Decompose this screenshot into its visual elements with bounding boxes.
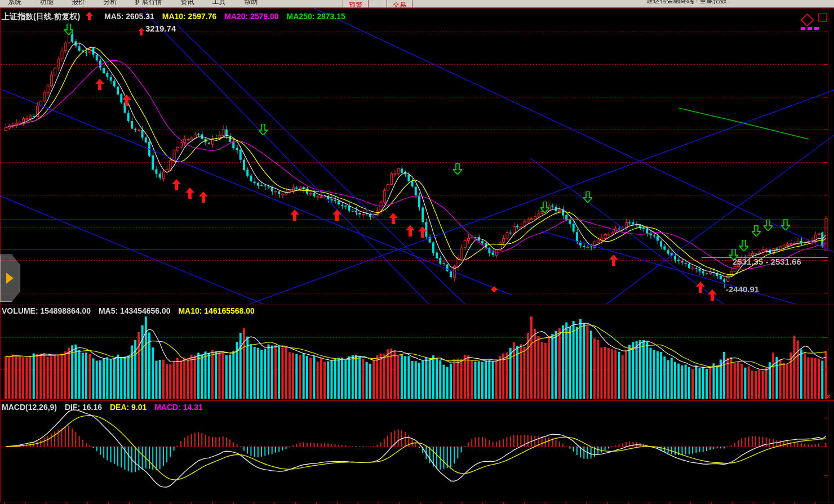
menu-item-help[interactable]: 帮助 <box>244 0 258 7</box>
menu-bar: 系统 功能 报价 分析 扩展行情 资讯 工具 帮助 预警 交易 通达信金融终端 … <box>0 0 834 8</box>
ma250-value: MA250: 2873.15 <box>287 12 345 21</box>
main-pane-header: 上证指数(日线.前复权) MA5: 2605.31 MA10: 2597.76 … <box>2 12 351 22</box>
menu-item-news[interactable]: 资讯 <box>180 0 194 7</box>
ma20-value: MA20: 2579.00 <box>224 12 279 21</box>
ma10-value: MA10: 2597.76 <box>162 12 217 21</box>
expand-arrow-icon <box>6 273 14 284</box>
volume-ma10-value: MA10: 146165568.00 <box>178 306 254 315</box>
macd-value: MACD: 14.31 <box>154 403 203 412</box>
menu-right-text: 通达信金融终端 · 全赢指数 <box>646 0 727 6</box>
peak-price-label: 3219.74 <box>145 24 176 33</box>
menu-item-analysis[interactable]: 分析 <box>103 0 117 7</box>
volume-value: VOLUME: 154898864.00 <box>2 306 91 315</box>
alert-button[interactable]: 预警 <box>343 0 369 8</box>
macd-pane-header: MACD(12,26,9) DIF: 16.16 DEA: 9.01 MACD:… <box>2 403 208 412</box>
dif-value: DIF: 16.16 <box>65 403 102 412</box>
sidebar-expander-tab[interactable] <box>0 255 20 302</box>
menu-item-extended-quotes[interactable]: 扩展行情 <box>135 0 162 7</box>
symbol-title: 上证指数(日线.前复权) <box>2 12 80 21</box>
more-options-icon[interactable] <box>801 22 821 32</box>
main-chart-canvas[interactable] <box>0 0 834 504</box>
ma5-value: MA5: 2605.31 <box>104 12 154 21</box>
macd-name: MACD(12,26,9) <box>2 403 57 412</box>
trend-up-arrow-icon <box>86 12 93 21</box>
low-price-label: -2440.91 <box>726 284 759 294</box>
menu-item-quotes[interactable]: 报价 <box>72 0 85 7</box>
trade-button[interactable]: 交易 <box>387 0 412 8</box>
menu-item-function[interactable]: 功能 <box>39 0 53 7</box>
macd-close-icon[interactable]: × <box>826 392 831 401</box>
menu-item-system[interactable]: 系统 <box>8 0 21 7</box>
menu-item-tools[interactable]: 工具 <box>212 0 226 7</box>
range-price-label: 2531.35 - 2531.66 <box>733 257 801 266</box>
dea-value: DEA: 9.01 <box>110 403 147 412</box>
volume-ma5-value: MA5: 143454656.00 <box>99 306 171 315</box>
restore-window-icon[interactable] <box>818 13 827 22</box>
volume-pane-header: VOLUME: 154898864.00 MA5: 143454656.00 M… <box>2 306 260 315</box>
